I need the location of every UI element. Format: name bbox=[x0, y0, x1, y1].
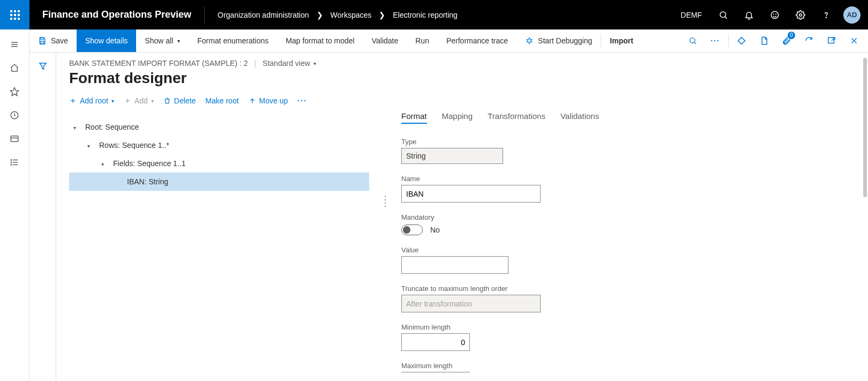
close-button[interactable] bbox=[844, 29, 864, 53]
view-selector[interactable]: Standard view ▾ bbox=[263, 59, 316, 68]
tree-node-rows[interactable]: Rows: Sequence 1..* bbox=[69, 136, 369, 154]
performance-trace-button[interactable]: Performance trace bbox=[438, 29, 517, 52]
chevron-down-icon: ▾ bbox=[313, 61, 316, 66]
page-options-button[interactable] bbox=[754, 29, 774, 53]
user-avatar[interactable]: AD bbox=[843, 6, 860, 24]
tree-node-fields[interactable]: Fields: Sequence 1..1 bbox=[69, 154, 369, 173]
list-icon bbox=[10, 158, 19, 167]
tree-node-label: Root: Sequence bbox=[83, 123, 139, 131]
breadcrumb-item[interactable]: Electronic reporting bbox=[393, 11, 458, 19]
svg-rect-30 bbox=[738, 38, 745, 44]
more-tree-actions-button[interactable]: ··· bbox=[297, 96, 307, 105]
value-input[interactable] bbox=[401, 256, 508, 274]
mandatory-toggle[interactable] bbox=[401, 225, 423, 235]
search-button[interactable] bbox=[710, 0, 736, 29]
nav-workspaces-button[interactable] bbox=[4, 128, 25, 150]
map-format-label: Map format to model bbox=[286, 36, 354, 45]
truncate-label: Truncate to maximum length order bbox=[401, 285, 541, 293]
settings-button[interactable] bbox=[788, 0, 813, 29]
save-button[interactable]: Save bbox=[29, 29, 77, 52]
plus-icon bbox=[69, 97, 77, 104]
nav-expand-button[interactable] bbox=[4, 34, 25, 55]
svg-point-2 bbox=[771, 11, 779, 19]
show-all-button[interactable]: Show all ▾ bbox=[136, 29, 189, 52]
svg-point-3 bbox=[773, 14, 774, 14]
smiley-icon bbox=[770, 10, 780, 20]
nav-modules-button[interactable] bbox=[4, 152, 25, 173]
notifications-button[interactable] bbox=[736, 0, 762, 29]
validate-button[interactable]: Validate bbox=[363, 29, 407, 52]
move-up-label: Move up bbox=[259, 96, 288, 105]
divider: | bbox=[254, 59, 256, 68]
value-label: Value bbox=[401, 246, 508, 254]
run-button[interactable]: Run bbox=[407, 29, 438, 52]
expand-toggle[interactable] bbox=[101, 159, 108, 168]
delete-button[interactable]: Delete bbox=[163, 96, 196, 105]
refresh-icon bbox=[804, 36, 814, 46]
divider bbox=[728, 34, 729, 47]
add-button[interactable]: Add ▾ bbox=[124, 96, 154, 105]
help-button[interactable] bbox=[813, 0, 839, 29]
company-code[interactable]: DEMF bbox=[672, 11, 710, 19]
svg-rect-20 bbox=[41, 41, 43, 44]
minimum-length-input[interactable] bbox=[401, 333, 470, 351]
nav-recent-button[interactable] bbox=[4, 104, 25, 126]
add-root-label: Add root bbox=[80, 96, 108, 105]
star-icon bbox=[10, 87, 19, 96]
diamond-icon bbox=[737, 36, 746, 46]
format-enumerations-button[interactable]: Format enumerations bbox=[189, 29, 277, 52]
tree-node-iban[interactable]: IBAN: String bbox=[69, 173, 369, 191]
svg-point-18 bbox=[11, 162, 12, 163]
options-button[interactable] bbox=[732, 29, 751, 53]
splitter-handle[interactable] bbox=[384, 109, 386, 372]
chevron-right-icon: ❯ bbox=[317, 11, 323, 19]
import-button[interactable]: Import bbox=[601, 29, 642, 52]
nav-home-button[interactable] bbox=[4, 57, 25, 79]
breadcrumb-item[interactable]: Organization administration bbox=[218, 11, 309, 19]
tab-transformations[interactable]: Transformations bbox=[488, 109, 545, 124]
page-body: BANK STATEMENT IMPORT FORMAT (SAMPLE) : … bbox=[29, 53, 868, 381]
svg-line-1 bbox=[725, 17, 727, 18]
breadcrumb-item[interactable]: Workspaces bbox=[331, 11, 372, 19]
svg-point-0 bbox=[720, 12, 726, 18]
type-label: Type bbox=[401, 138, 508, 146]
expand-toggle[interactable] bbox=[73, 123, 80, 131]
bell-icon bbox=[744, 10, 754, 20]
home-icon bbox=[10, 63, 19, 73]
nav-favorites-button[interactable] bbox=[4, 81, 25, 102]
filter-button[interactable] bbox=[38, 61, 48, 381]
attachments-button[interactable]: 0 bbox=[777, 29, 796, 53]
refresh-button[interactable] bbox=[799, 29, 819, 53]
add-root-button[interactable]: Add root ▾ bbox=[69, 96, 114, 105]
map-format-button[interactable]: Map format to model bbox=[277, 29, 363, 52]
name-input[interactable] bbox=[401, 185, 541, 203]
scrollbar[interactable] bbox=[863, 53, 868, 381]
show-details-button[interactable]: Show details bbox=[77, 29, 136, 52]
svg-point-28 bbox=[690, 38, 695, 43]
tab-mapping[interactable]: Mapping bbox=[442, 109, 473, 124]
make-root-button[interactable]: Make root bbox=[205, 96, 238, 105]
svg-marker-35 bbox=[40, 63, 46, 69]
scrollbar-thumb[interactable] bbox=[863, 58, 867, 197]
attachments-badge: 0 bbox=[788, 32, 795, 39]
more-actions-button[interactable]: ··· bbox=[706, 29, 725, 53]
search-in-page-button[interactable] bbox=[683, 29, 702, 53]
move-up-button[interactable]: Move up bbox=[249, 96, 288, 105]
tab-validations[interactable]: Validations bbox=[560, 109, 599, 124]
feedback-button[interactable] bbox=[762, 0, 788, 29]
tab-format[interactable]: Format bbox=[401, 109, 427, 124]
start-debugging-button[interactable]: Start Debugging bbox=[517, 29, 601, 52]
app-launcher-button[interactable] bbox=[0, 0, 29, 29]
trash-icon bbox=[163, 97, 171, 104]
save-icon bbox=[38, 36, 47, 45]
maximum-length-label: Maximum length bbox=[401, 362, 470, 370]
tree-node-label: IBAN: String bbox=[125, 177, 168, 186]
mandatory-label: Mandatory bbox=[401, 213, 541, 221]
expand-toggle[interactable] bbox=[87, 141, 94, 150]
tree-node-root[interactable]: Root: Sequence bbox=[69, 118, 369, 136]
tree-node-label: Fields: Sequence 1..1 bbox=[111, 159, 185, 168]
filter-column bbox=[29, 53, 56, 381]
popout-icon bbox=[827, 36, 836, 46]
maximum-length-input[interactable] bbox=[401, 372, 470, 372]
popout-button[interactable] bbox=[822, 29, 841, 53]
